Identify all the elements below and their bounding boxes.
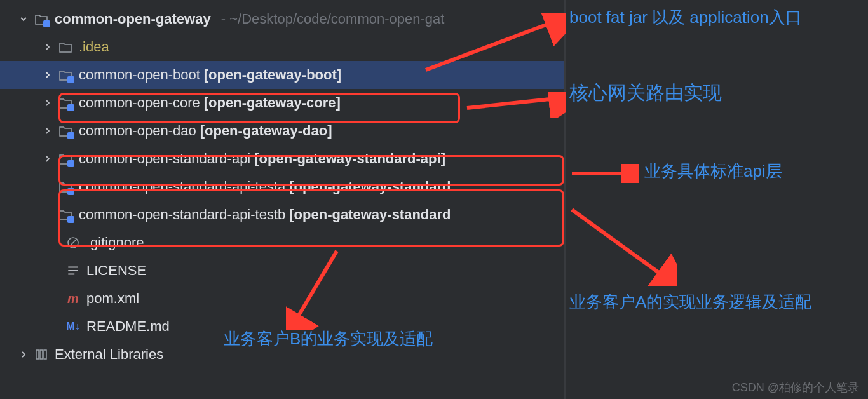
- chevron-right-icon[interactable]: [42, 153, 53, 165]
- tree-item-testa[interactable]: common-open-standard-api-testa [open-gat…: [0, 173, 564, 201]
- item-suffix: [open-gateway-core]: [204, 95, 341, 111]
- svg-rect-5: [36, 350, 39, 359]
- item-label: common-open-core: [79, 95, 200, 111]
- item-label: common-open-standard-api-testa: [79, 179, 285, 195]
- annotation-testa: 业务客户A的实现业务逻辑及适配: [569, 291, 849, 313]
- markdown-icon: M↓: [66, 320, 80, 334]
- item-suffix: [open-gateway-standard: [289, 179, 451, 195]
- tree-item-boot[interactable]: common-open-boot [open-gateway-boot]: [0, 61, 564, 89]
- item-label: common-open-standard-api-testb: [79, 206, 285, 223]
- panel-divider[interactable]: [564, 0, 566, 399]
- module-icon: [58, 180, 72, 194]
- block-icon: [66, 236, 80, 250]
- arrow-api: [569, 164, 639, 183]
- maven-icon: m: [66, 292, 80, 306]
- chevron-down-icon[interactable]: [18, 13, 29, 25]
- watermark: CSDN @柏修的个人笔录: [732, 380, 859, 395]
- module-icon: [58, 208, 72, 222]
- item-suffix: [open-gateway-boot]: [204, 67, 341, 83]
- arrow-testa: [569, 203, 677, 286]
- item-suffix: [open-gateway-standard: [289, 206, 451, 223]
- tree-item-dao[interactable]: common-open-dao [open-gateway-dao]: [0, 117, 564, 145]
- chevron-right-icon[interactable]: [42, 41, 53, 53]
- item-label: README.md: [86, 318, 170, 335]
- svg-rect-7: [44, 350, 46, 359]
- text-lines-icon: [66, 264, 80, 278]
- item-suffix: [open-gateway-dao]: [200, 123, 332, 139]
- svg-rect-6: [40, 350, 43, 359]
- root-path: - ~/Desktop/code/common-open-gat: [217, 11, 445, 27]
- tree-item-standard-api[interactable]: common-open-standard-api [open-gateway-s…: [0, 145, 564, 173]
- chevron-right-icon[interactable]: [42, 97, 53, 109]
- svg-line-11: [572, 210, 664, 276]
- module-icon: [58, 68, 72, 82]
- chevron-right-icon[interactable]: [42, 69, 53, 81]
- annotation-boot: boot fat jar 以及 application入口: [569, 6, 849, 29]
- module-icon: [58, 96, 72, 110]
- chevron-right-icon[interactable]: [18, 349, 29, 360]
- item-label: .idea: [79, 39, 109, 55]
- folder-icon: [34, 12, 48, 26]
- folder-icon: [58, 40, 72, 54]
- item-label: .gitignore: [86, 234, 144, 251]
- svg-line-1: [70, 240, 76, 246]
- project-tree: common-open-gateway - ~/Desktop/code/com…: [0, 0, 564, 369]
- item-label: pom.xml: [86, 290, 139, 307]
- item-label: common-open-standard-api: [79, 151, 250, 167]
- tree-item-testb[interactable]: common-open-standard-api-testb [open-gat…: [0, 201, 564, 229]
- module-icon: [58, 124, 72, 138]
- tree-item-idea[interactable]: .idea: [0, 33, 564, 61]
- item-label: common-open-dao: [79, 123, 196, 139]
- root-name: common-open-gateway: [55, 11, 211, 27]
- tree-item-license[interactable]: LICENSE: [0, 257, 564, 285]
- annotation-testb: 业务客户B的业务实现及适配: [224, 328, 440, 350]
- tree-root[interactable]: common-open-gateway - ~/Desktop/code/com…: [0, 5, 564, 33]
- item-label: common-open-boot: [79, 67, 200, 83]
- external-label: External Libraries: [55, 346, 163, 363]
- tree-item-core[interactable]: common-open-core [open-gateway-core]: [0, 89, 564, 117]
- item-label: LICENSE: [86, 262, 146, 279]
- chevron-right-icon[interactable]: [42, 125, 53, 137]
- tree-item-pom[interactable]: m pom.xml: [0, 285, 564, 313]
- annotation-core: 核心网关路由实现: [569, 80, 849, 106]
- item-suffix: [open-gateway-standard-api]: [254, 151, 445, 167]
- annotation-api: 业务具体标准api层: [644, 160, 860, 182]
- tree-item-gitignore[interactable]: .gitignore: [0, 229, 564, 257]
- module-icon: [58, 152, 72, 166]
- library-icon: [34, 348, 48, 362]
